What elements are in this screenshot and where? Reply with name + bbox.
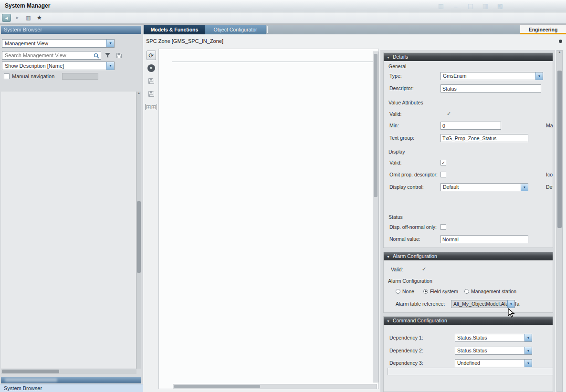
- save-filter-icon[interactable]: [116, 52, 122, 61]
- filter-funnel-icon[interactable]: [105, 52, 111, 61]
- chevron-down-icon[interactable]: ▼: [524, 347, 532, 354]
- normal-value-label: Normal value:: [389, 236, 420, 242]
- radio-field-system-label: Field system: [430, 289, 458, 294]
- titlebar-toolbar: ▥ ≡ ▤ ▦ ▩: [436, 2, 505, 10]
- chevron-down-icon[interactable]: ▼: [521, 184, 528, 191]
- save-all-icon[interactable]: [147, 89, 156, 99]
- display-valid-label: Valid:: [389, 160, 402, 165]
- type-dropdown[interactable]: GmsEnum ▼: [440, 72, 543, 80]
- descriptor-label: Descriptor:: [389, 85, 414, 91]
- scrollbar-thumb[interactable]: [174, 385, 260, 388]
- normal-value-input[interactable]: [440, 235, 528, 243]
- command-section-header[interactable]: ▼Command Configuration: [384, 317, 553, 325]
- search-input[interactable]: [2, 51, 101, 60]
- split-view-icon[interactable]: ▤: [466, 2, 475, 10]
- chevron-down-icon[interactable]: ▼: [507, 300, 514, 308]
- editor-toolbar: ⟳ ✕ ⊞⊞: [145, 51, 157, 112]
- sidebar-header[interactable]: System Browser: [1, 26, 141, 34]
- mouse-cursor: [508, 308, 515, 320]
- back-button[interactable]: ◄: [2, 14, 11, 22]
- cancel-icon[interactable]: ✕: [147, 63, 156, 73]
- tree-vertical-scrollbar[interactable]: ▲: [136, 92, 141, 369]
- configuration-panel: ▼Details General Type: GmsEnum ▼ Descrip…: [380, 50, 555, 392]
- chevron-down-icon[interactable]: ▼: [106, 40, 114, 47]
- tab-models-functions[interactable]: Models & Functions: [144, 25, 205, 34]
- save-icon[interactable]: [147, 76, 156, 86]
- scrollbar-thumb[interactable]: [2, 370, 59, 373]
- text-group-input[interactable]: [440, 134, 528, 142]
- group-label-general: General: [388, 63, 406, 69]
- tab-separator: [267, 26, 268, 33]
- search-icon[interactable]: [94, 52, 99, 61]
- group-label-value-attributes: Value Attributes: [388, 100, 423, 105]
- type-label: Type:: [389, 73, 402, 79]
- description-mode-dropdown[interactable]: Show Description [Name] ▼: [2, 62, 115, 70]
- pin-icon[interactable]: [559, 40, 562, 43]
- property-grid-zone: [158, 49, 379, 389]
- scrollbar-thumb[interactable]: [557, 71, 562, 228]
- collapse-triangle-icon: ▼: [387, 255, 390, 258]
- dependency1-dropdown[interactable]: Status.Status ▼: [455, 334, 532, 342]
- disabled-field: [62, 73, 98, 80]
- view-mode-dropdown[interactable]: Management View ▼: [2, 39, 115, 48]
- manual-navigation-label: Manual navigation: [12, 73, 54, 79]
- manual-navigation-checkbox[interactable]: [4, 73, 10, 79]
- radio-field-system[interactable]: [423, 289, 428, 294]
- scrollbar-thumb[interactable]: [374, 54, 377, 197]
- omit-descriptor-label: Omit prop. descriptor:: [389, 172, 438, 177]
- tab-engineering[interactable]: Engineering: [520, 25, 566, 34]
- details-section-header[interactable]: ▼Details: [384, 53, 553, 61]
- panel-layout-button[interactable]: ▥: [24, 14, 33, 22]
- radio-management-station[interactable]: [464, 289, 469, 294]
- favorites-star-button[interactable]: ★: [35, 14, 44, 22]
- dependency2-label: Dependency 2:: [389, 348, 423, 353]
- chevron-down-icon[interactable]: ▼: [524, 334, 532, 341]
- system-browser-footer-tab[interactable]: System Browser: [0, 384, 143, 392]
- list-view-icon[interactable]: ≡: [451, 2, 461, 10]
- grid-view-icon[interactable]: ▦: [481, 2, 490, 10]
- collapse-triangle-icon: ▼: [387, 56, 390, 59]
- omit-descriptor-checkbox[interactable]: [440, 172, 446, 177]
- table-vertical-scrollbar[interactable]: [373, 52, 378, 382]
- footer-tab-label: System Browser: [4, 385, 42, 391]
- chevron-down-icon[interactable]: ▼: [535, 72, 543, 80]
- text-group-label: Text group:: [389, 135, 414, 141]
- display-control-value: Default: [443, 184, 459, 190]
- tree-horizontal-scrollbar[interactable]: [1, 369, 136, 374]
- min-label: Min:: [389, 123, 399, 128]
- radio-none[interactable]: [396, 289, 400, 294]
- alarm-section-header[interactable]: ▼Alarm Configuration: [384, 252, 553, 260]
- alarm-table-reference-dropdown[interactable]: Alt_My_ObjectModel.AlarmTa ▼: [451, 300, 515, 308]
- system-browser-tree: [1, 92, 136, 369]
- forward-button[interactable]: ►: [13, 14, 22, 22]
- main-tab-bar: Models & Functions Object Configurator E…: [143, 25, 566, 34]
- description-mode-value: Show Description [Name]: [5, 63, 64, 69]
- disp-off-normal-checkbox[interactable]: [440, 224, 446, 230]
- valid-label: Valid:: [389, 111, 402, 117]
- panel-vertical-scrollbar[interactable]: ▲: [556, 50, 563, 392]
- collapsed-panel-header[interactable]: [1, 377, 141, 383]
- scrollbar-thumb[interactable]: [137, 201, 141, 273]
- section-title: Command Configuration: [393, 318, 447, 323]
- min-input[interactable]: [440, 122, 501, 130]
- object-title: SPC Zone [GMS_SPC_IN_Zone]: [146, 38, 223, 44]
- display-valid-checkbox[interactable]: ✓: [440, 160, 446, 165]
- sync-icon[interactable]: ⟳: [147, 51, 156, 60]
- table-horizontal-scrollbar[interactable]: [173, 384, 377, 389]
- dependency3-label: Dependency 3:: [389, 360, 423, 366]
- tile-view-icon[interactable]: ▩: [495, 2, 505, 10]
- tab-object-configurator[interactable]: Object Configurator: [205, 25, 266, 34]
- chevron-down-icon[interactable]: ▼: [106, 62, 114, 70]
- command-table-header: [388, 368, 553, 375]
- descriptor-input[interactable]: [440, 84, 541, 93]
- layout-columns-icon[interactable]: ▥: [436, 2, 446, 10]
- chevron-down-icon[interactable]: ▼: [524, 360, 532, 367]
- table-grid-icon[interactable]: ⊞⊞: [147, 102, 156, 112]
- window-title: System Manager: [5, 2, 50, 9]
- dependency2-dropdown[interactable]: Status.Status ▼: [455, 347, 532, 355]
- dependency3-dropdown[interactable]: Undefined ▼: [455, 359, 532, 367]
- radio-none-label: None: [402, 289, 414, 294]
- dependency1-label: Dependency 1:: [389, 335, 423, 340]
- display-control-dropdown[interactable]: Default ▼: [440, 183, 528, 191]
- display-control-label: Display control:: [389, 184, 424, 190]
